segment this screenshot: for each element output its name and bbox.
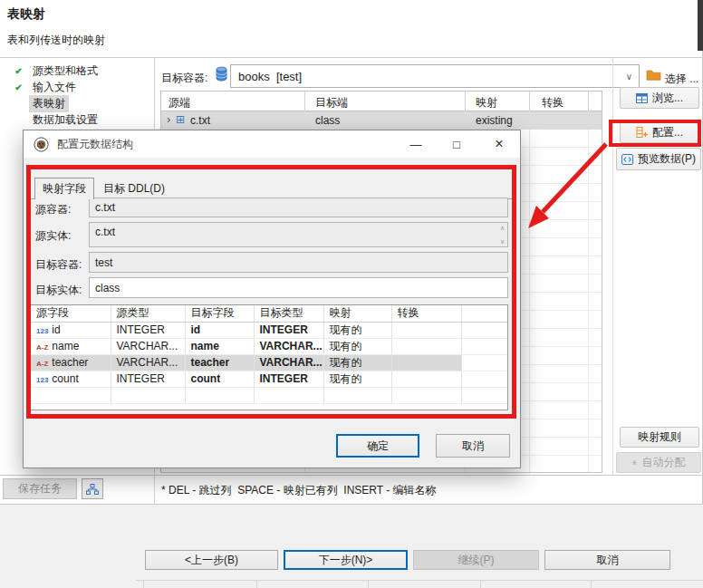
col-divider [588, 92, 589, 111]
tab-mapping-fields[interactable]: 映射字段 [34, 178, 94, 199]
footer-cancel-label: 取消 [597, 553, 619, 568]
statusbar-top-border [0, 475, 703, 476]
dialog-titlebar[interactable]: 配置元数据结构 — □ × [24, 130, 520, 158]
next-button[interactable]: 下一步(N)> [284, 550, 408, 570]
footer-tick [256, 580, 257, 588]
spinner-down-icon[interactable]: ∨ [500, 238, 505, 245]
expander-icon[interactable]: › [167, 112, 170, 126]
dialog-cancel-button[interactable]: 取消 [436, 434, 510, 458]
target-container-field[interactable]: test [89, 252, 508, 273]
keyboard-hints: * DEL - 跳过列 SPACE - 映射已有列 INSERT - 编辑名称 [161, 483, 437, 498]
footer-tick [591, 580, 592, 588]
col-header-transform[interactable]: 转换 [542, 95, 563, 109]
source-container-label: 源容器: [35, 202, 71, 217]
mapping-value: 现有的 [323, 371, 391, 387]
mapping-value: 现有的 [323, 338, 391, 354]
col-header[interactable]: 映射 [323, 305, 391, 322]
target-type: INTEGER [254, 371, 323, 387]
column-row-teacher[interactable]: A-Zteacher VARCHAR... teacher VARCHAR...… [31, 354, 507, 371]
footer-bottom-line [136, 580, 703, 581]
panel-divider [612, 58, 613, 475]
folder-icon [646, 69, 661, 81]
tab-label: 映射字段 [43, 181, 86, 197]
continue-button[interactable]: 继续(P) [413, 550, 539, 570]
configure-columns-icon [636, 127, 648, 138]
footer-tick [143, 580, 144, 588]
cell-source: c.txt [190, 114, 210, 127]
auto-assign-button[interactable]: * 自动分配 [616, 452, 701, 473]
column-row-name[interactable]: A-Zname VARCHAR... name VARCHAR... 现有的 [31, 338, 507, 354]
target-container-combo[interactable]: books [test] ∨ [230, 64, 640, 88]
task-tree-button[interactable] [82, 478, 103, 499]
mapping-rules-button[interactable]: 映射规则 [620, 427, 699, 448]
back-button[interactable]: <上一步(B) [145, 550, 278, 570]
col-header[interactable]: 源字段 [31, 305, 111, 322]
ok-button[interactable]: 确定 [336, 434, 419, 458]
target-entity-field[interactable]: class [89, 277, 508, 298]
mapping-value: 现有的 [323, 322, 391, 338]
maximize-button[interactable]: □ [442, 130, 471, 158]
col-divider [304, 92, 305, 111]
table-icon [636, 93, 648, 103]
dbeaver-logo-icon [34, 137, 49, 152]
tab-label: 目标 DDL(D) [103, 181, 165, 197]
table-row-ctxt[interactable]: › ⊞ c.txt class existing [161, 111, 602, 130]
column-row-id[interactable]: 123id INTEGER id INTEGER 现有的 [31, 322, 507, 338]
table-grid-icon: ⊞ [176, 113, 185, 126]
spinner-control[interactable]: ∧ ∨ [500, 225, 505, 245]
source-type: VARCHAR... [111, 354, 185, 371]
column-row-count[interactable]: 123count INTEGER count INTEGER 现有的 [31, 371, 507, 387]
chevron-down-icon[interactable]: ∨ [626, 72, 632, 82]
columns-mapping-table[interactable]: 源字段 源类型 目标字段 目标类型 映射 转换 123id INTEGER id… [30, 304, 508, 410]
close-button[interactable]: × [485, 130, 514, 158]
minimize-button[interactable]: — [401, 130, 430, 158]
col-header-mapping[interactable]: 映射 [476, 95, 497, 109]
transform-value [391, 338, 461, 354]
header-divider [0, 57, 703, 58]
filler-cell [461, 371, 507, 387]
target-container-label: 目标容器: [161, 71, 207, 86]
col-header[interactable]: 目标字段 [185, 305, 254, 322]
col-header[interactable]: 目标类型 [254, 305, 323, 322]
col-header-target[interactable]: 目标端 [315, 95, 348, 109]
configure-button[interactable]: 配置... [620, 121, 699, 143]
target-container-value: books [test] [238, 70, 302, 83]
target-type: VARCHAR... [254, 354, 323, 371]
source-entity-label: 源实体: [35, 228, 71, 244]
browse-button[interactable]: 浏览... [620, 87, 699, 109]
source-entity-field[interactable]: c.txt ∧ ∨ [89, 222, 508, 247]
footer-tick [480, 580, 481, 588]
footer-cancel-button[interactable]: 取消 [544, 550, 670, 570]
numeric-type-icon: 123 [36, 327, 48, 335]
save-task-button[interactable]: 保存任务 [3, 478, 77, 499]
sidebar-item-data-load-settings[interactable]: 数据加载设置 [13, 111, 101, 128]
check-icon: ✔ [13, 66, 24, 76]
preview-data-label: 预览数据(P) [638, 151, 696, 167]
target-container-label: 目标容器: [35, 257, 82, 273]
sidebar-item-source-type[interactable]: ✔ 源类型和格式 [13, 63, 101, 79]
sidebar-item-table-mapping[interactable]: 表映射 [13, 95, 69, 111]
page-title: 表映射 [7, 6, 45, 23]
numeric-type-icon: 123 [36, 376, 48, 384]
source-container-field[interactable]: c.txt [89, 198, 508, 217]
preview-data-button[interactable]: 预览数据(P) [616, 148, 701, 170]
filler-cell [461, 354, 507, 371]
sidebar-item-label: 数据加载设置 [29, 111, 101, 129]
select-container-button[interactable]: 选择 ... [665, 72, 698, 87]
dialog-title: 配置元数据结构 [57, 137, 133, 152]
col-header-source[interactable]: 源端 [169, 95, 190, 109]
field-value: c.txt [95, 201, 115, 214]
empty-row [31, 387, 507, 403]
source-field: id [52, 323, 60, 336]
save-task-label: 保存任务 [18, 481, 62, 496]
tab-target-ddl[interactable]: 目标 DDL(D) [96, 179, 172, 198]
col-header[interactable]: 源类型 [111, 305, 185, 322]
asterisk-icon: * [632, 457, 638, 472]
spinner-up-icon[interactable]: ∧ [500, 225, 505, 231]
target-field: id [185, 322, 254, 338]
target-field: teacher [185, 354, 254, 371]
col-header[interactable]: 转换 [391, 305, 461, 322]
transform-value [391, 354, 461, 371]
col-divider [529, 92, 530, 111]
sidebar-item-input-files[interactable]: ✔ 输入文件 [13, 79, 80, 95]
